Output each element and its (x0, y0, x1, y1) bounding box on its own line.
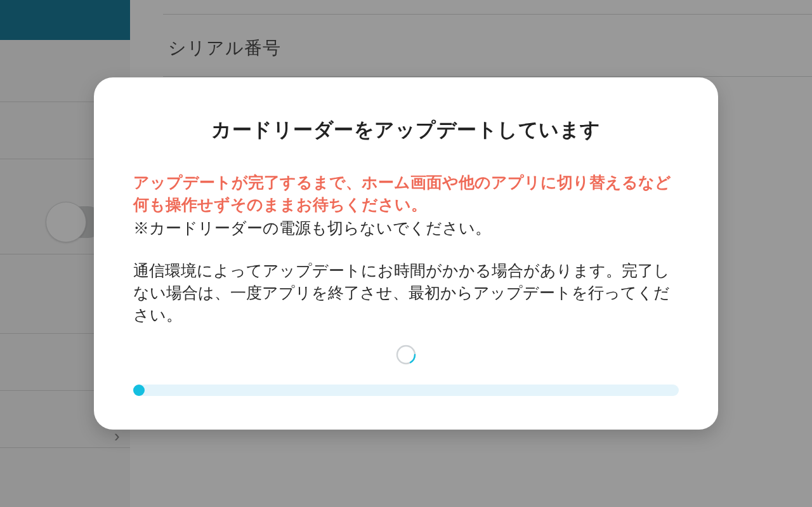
progress-bar (133, 385, 679, 396)
loading-spinner-icon (395, 344, 417, 368)
modal-note-text: ※カードリーダーの電源も切らないでください。 (133, 217, 679, 239)
progress-track (133, 385, 679, 396)
update-modal: カードリーダーをアップデートしています アップデートが完了するまで、ホーム画面や… (94, 77, 718, 430)
modal-warning-text: アップデートが完了するまで、ホーム画面や他のアプリに切り替えるなど何も操作せずそ… (133, 171, 679, 216)
progress-fill (133, 385, 145, 396)
modal-title: カードリーダーをアップデートしています (133, 117, 679, 143)
modal-paragraph: 通信環境によってアップデートにお時間がかかる場合があります。完了しない場合は、一… (133, 260, 679, 326)
